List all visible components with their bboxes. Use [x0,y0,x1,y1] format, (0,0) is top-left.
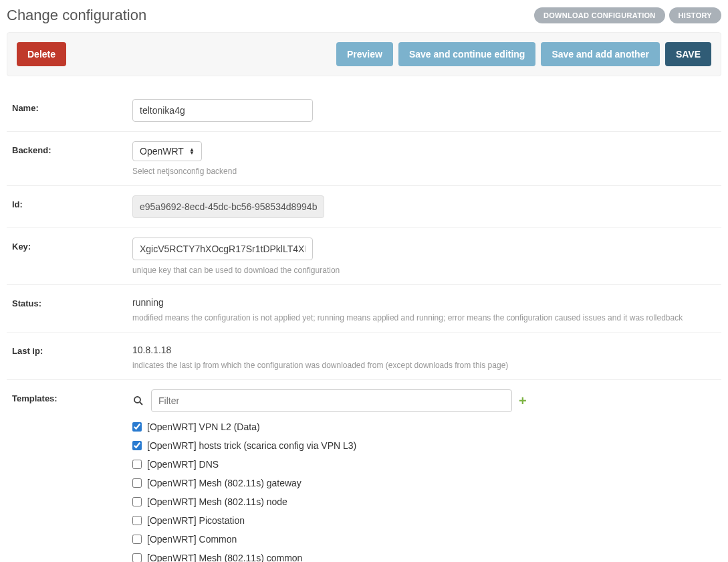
download-configuration-button[interactable]: DOWNLOAD CONFIGURATION [534,7,665,23]
action-toolbar: Delete Preview Save and continue editing… [7,32,721,76]
templates-row: Templates: + [OpenWRT] VPN L2 (Data)[Ope… [7,380,721,562]
status-row: Status: running modified means the confi… [7,285,721,333]
template-checkbox[interactable] [132,516,142,525]
last-ip-help: indicates the last ip from which the con… [132,361,716,370]
template-checkbox[interactable] [132,497,142,506]
key-help: unique key that can be used to download … [132,266,716,275]
backend-select[interactable]: OpenWRT ▲▼ [132,141,202,161]
header-actions: DOWNLOAD CONFIGURATION HISTORY [534,7,721,23]
template-checkbox[interactable] [132,535,142,544]
template-checkbox[interactable] [132,441,142,450]
id-row: Id: e95a9692-8ecd-45dc-bc56-958534d8994b [7,186,721,228]
page-title: Change configuration [7,7,146,24]
template-label: [OpenWRT] Mesh (802.11s) gateway [147,478,301,488]
updown-icon: ▲▼ [189,148,195,155]
svg-line-1 [140,402,142,405]
status-help: modified means the configuration is not … [132,313,716,322]
backend-label: Backend: [12,141,132,176]
svg-point-0 [134,397,140,403]
backend-row: Backend: OpenWRT ▲▼ Select netjsonconfig… [7,132,721,186]
template-label: [OpenWRT] DNS [147,459,219,470]
last-ip-label: Last ip: [12,342,132,370]
delete-button[interactable]: Delete [17,42,66,66]
key-row: Key: unique key that can be used to down… [7,228,721,285]
template-label: [OpenWRT] Mesh (802.11s) common [147,553,302,562]
template-label: [OpenWRT] Mesh (802.11s) node [147,496,287,507]
template-label: [OpenWRT] Picostation [147,515,245,526]
name-label: Name: [12,99,132,122]
template-item[interactable]: [OpenWRT] hosts trick (scarica config vi… [132,440,716,451]
template-checkbox[interactable] [132,460,142,469]
name-input[interactable] [132,99,313,122]
id-label: Id: [12,195,132,218]
template-item[interactable]: [OpenWRT] Mesh (802.11s) common [132,553,716,562]
last-ip-row: Last ip: 10.8.1.18 indicates the last ip… [7,333,721,380]
status-value: running [132,294,716,308]
template-checkbox[interactable] [132,553,142,562]
last-ip-value: 10.8.1.18 [132,342,716,355]
template-item[interactable]: [OpenWRT] DNS [132,459,716,470]
template-item[interactable]: [OpenWRT] Common [132,534,716,545]
name-row: Name: [7,90,721,132]
template-item[interactable]: [OpenWRT] VPN L2 (Data) [132,421,716,432]
backend-help: Select netjsonconfig backend [132,167,716,176]
template-label: [OpenWRT] Common [147,534,237,545]
preview-button[interactable]: Preview [336,42,393,66]
history-button[interactable]: HISTORY [669,7,721,23]
template-label: [OpenWRT] VPN L2 (Data) [147,421,260,432]
key-label: Key: [12,238,132,275]
add-template-button[interactable]: + [519,393,527,409]
templates-search-row: + [132,389,716,412]
template-item[interactable]: [OpenWRT] Mesh (802.11s) gateway [132,478,716,488]
template-item[interactable]: [OpenWRT] Picostation [132,515,716,526]
templates-label: Templates: [12,389,132,562]
toolbar-right: Preview Save and continue editing Save a… [336,42,711,66]
key-input[interactable] [132,238,313,260]
status-label: Status: [12,294,132,322]
search-icon [132,395,144,407]
template-item[interactable]: [OpenWRT] Mesh (802.11s) node [132,496,716,507]
template-list: [OpenWRT] VPN L2 (Data)[OpenWRT] hosts t… [132,421,716,562]
templates-filter-input[interactable] [151,389,512,412]
template-checkbox[interactable] [132,478,142,488]
save-continue-button[interactable]: Save and continue editing [398,42,535,66]
template-checkbox[interactable] [132,422,142,432]
template-label: [OpenWRT] hosts trick (scarica config vi… [147,440,356,451]
save-button[interactable]: SAVE [665,42,711,66]
save-add-another-button[interactable]: Save and add another [541,42,659,66]
id-value: e95a9692-8ecd-45dc-bc56-958534d8994b [132,195,324,218]
backend-selected-value: OpenWRT [140,146,184,157]
